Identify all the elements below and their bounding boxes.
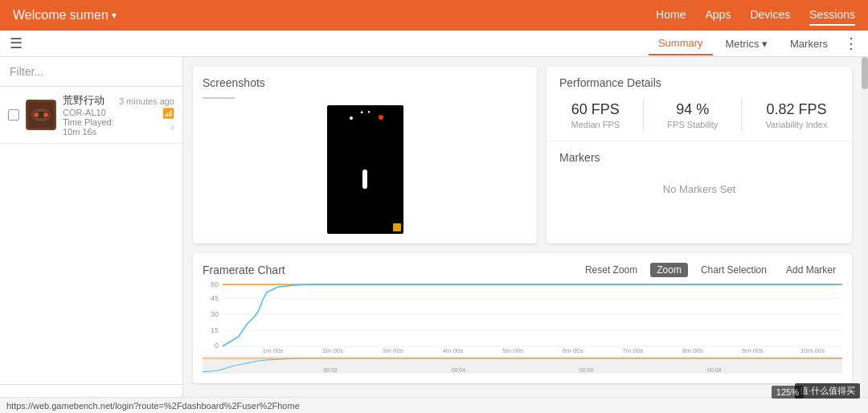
nav-devices[interactable]: Devices — [750, 5, 790, 26]
svg-text:15: 15 — [211, 326, 219, 334]
game-element-white — [350, 117, 353, 120]
expand-icon[interactable]: › — [170, 121, 174, 133]
game-score: ▲● — [359, 109, 371, 114]
screenshots-title: Screenshots — [203, 76, 527, 89]
nav-sessions[interactable]: Sessions — [809, 5, 855, 26]
zoom-button[interactable]: Zoom — [650, 263, 688, 277]
zoom-area: 125% — [772, 386, 804, 399]
performance-details: Performance Details 60 FPS Median FPS 94… — [547, 67, 852, 141]
stability-value: 94 % — [667, 101, 718, 118]
svg-text:4m 00s: 4m 00s — [442, 347, 463, 353]
reset-zoom-button[interactable]: Reset Zoom — [579, 263, 644, 277]
tab-summary[interactable]: Summary — [649, 32, 713, 55]
content-scrollbar[interactable]: ▾ — [862, 57, 868, 413]
time-ago: 3 minutes ago — [119, 96, 174, 106]
svg-text:30: 30 — [211, 310, 219, 318]
filter-bar: Filter... — [0, 57, 182, 87]
svg-text:9m 00s: 9m 00s — [743, 347, 764, 353]
hamburger-menu-icon[interactable]: ☰ — [10, 35, 23, 52]
variability-value: 0.82 FPS — [766, 101, 828, 118]
fps-value: 60 FPS — [571, 101, 620, 118]
screenshots-divider — [203, 97, 235, 99]
screenshot-bottom-bar — [393, 223, 401, 231]
user-menu-caret[interactable]: ▾ — [112, 10, 117, 21]
svg-text:8m 00s: 8m 00s — [682, 347, 703, 353]
nav-apps[interactable]: Apps — [705, 5, 731, 26]
fps-label: Median FPS — [571, 120, 620, 129]
session-device: COR-AL10 — [63, 108, 119, 117]
more-options-icon[interactable]: ⋮ — [844, 35, 858, 52]
svg-text:1m 00s: 1m 00s — [263, 347, 284, 353]
zoom-level: 125% — [776, 387, 799, 397]
perf-metric-fps: 60 FPS Median FPS — [571, 101, 620, 129]
svg-point-4 — [34, 112, 39, 117]
perf-metric-variability: 0.82 FPS Variability Index — [766, 101, 828, 129]
chart-header: Framerate Chart Reset Zoom Zoom Chart Se… — [203, 263, 842, 277]
add-marker-button[interactable]: Add Marker — [780, 263, 842, 277]
session-item[interactable]: 荒野行动 COR-AL10 Time Played: 10m 16s 3 min… — [0, 87, 182, 144]
svg-text:0: 0 — [215, 341, 219, 350]
secondary-navigation: ☰ Summary Metrics ▾ Markers ⋮ — [0, 31, 868, 57]
app-icon-image — [26, 100, 56, 130]
svg-text:7m 00s: 7m 00s — [622, 347, 643, 353]
watermark: 值·什么值得买 — [795, 383, 860, 399]
no-markers-message: No Markers Set — [559, 170, 839, 208]
markers-section: Markers No Markers Set — [547, 141, 852, 218]
app-icon — [26, 100, 56, 130]
variability-label: Variability Index — [766, 120, 828, 129]
session-name: 荒野行动 — [63, 93, 119, 108]
svg-text:45: 45 — [211, 294, 219, 302]
screenshot-image[interactable]: ▲● — [327, 105, 403, 234]
welcome-text: Welcome sumen ▾ — [13, 8, 117, 22]
stability-label: FPS Stability — [667, 120, 718, 129]
watermark-text: 值·什么值得买 — [800, 385, 855, 397]
chart-selection-button[interactable]: Chart Selection — [694, 263, 773, 277]
svg-text:5m 00s: 5m 00s — [502, 347, 523, 353]
session-checkbox[interactable] — [8, 109, 19, 121]
wifi-icon: 📶 — [162, 108, 174, 119]
filter-placeholder: Filter... — [10, 65, 43, 78]
chart-title: Framerate Chart — [203, 264, 285, 276]
perf-metric-stability: 94 % FPS Stability — [667, 101, 718, 129]
welcome-label: Welcome sumen — [13, 8, 108, 22]
sidebar: Filter... 荒野行动 COR-AL1 — [0, 57, 183, 413]
tabs-container: Summary Metrics ▾ Markers — [649, 32, 837, 55]
session-meta: 3 minutes ago 📶 › — [119, 96, 174, 133]
url-text: https://web.gamebench.net/login?route=%2… — [6, 401, 300, 411]
framerate-chart-panel: Framerate Chart Reset Zoom Zoom Chart Se… — [193, 253, 852, 383]
game-element-red — [379, 115, 383, 120]
session-time-played: Time Played: 10m 16s — [63, 117, 119, 137]
nav-home[interactable]: Home — [656, 5, 686, 26]
session-info: 荒野行动 COR-AL10 Time Played: 10m 16s — [63, 93, 119, 137]
app-thumbnail-svg — [27, 100, 55, 129]
perf-metrics: 60 FPS Median FPS 94 % FPS Stability 0.8… — [559, 99, 839, 131]
perf-divider-2 — [741, 99, 742, 131]
tab-markers[interactable]: Markers — [780, 33, 837, 55]
nav-links: Home Apps Devices Sessions — [656, 5, 855, 26]
chart-mini-scrubber[interactable]: 00:02 00:04 00:06 00:08 — [203, 356, 842, 374]
screenshots-panel: Screenshots ▲● — [193, 67, 537, 243]
svg-text:00:02: 00:02 — [323, 367, 338, 373]
perf-divider-1 — [643, 99, 644, 131]
svg-text:00:06: 00:06 — [579, 367, 594, 373]
performance-panel: Performance Details 60 FPS Median FPS 94… — [547, 67, 852, 243]
top-navigation: Welcome sumen ▾ Home Apps Devices Sessio… — [0, 0, 868, 31]
chart-svg: 60 45 30 15 0 — [203, 280, 842, 353]
svg-text:10m 00s: 10m 00s — [800, 347, 825, 353]
main-layout: Filter... 荒野行动 COR-AL1 — [0, 57, 868, 413]
svg-text:6m 00s: 6m 00s — [563, 347, 583, 353]
top-panels: Screenshots ▲● — [183, 57, 862, 243]
tab-metrics[interactable]: Metrics ▾ — [716, 33, 778, 55]
chart-area[interactable]: 60 45 30 15 0 — [203, 280, 842, 353]
svg-point-5 — [43, 112, 48, 117]
svg-text:00:08: 00:08 — [707, 367, 722, 373]
mini-chart-svg: 00:02 00:04 00:06 00:08 — [203, 356, 842, 374]
svg-text:3m 00s: 3m 00s — [383, 347, 403, 353]
chart-controls: Reset Zoom Zoom Chart Selection Add Mark… — [579, 263, 842, 277]
svg-text:60: 60 — [211, 280, 219, 288]
screenshot-container: ▲● — [203, 105, 527, 234]
scrollbar-thumb[interactable] — [862, 57, 868, 89]
perf-details-title: Performance Details — [559, 76, 839, 89]
svg-text:00:04: 00:04 — [452, 367, 466, 373]
game-paddle — [362, 170, 367, 189]
